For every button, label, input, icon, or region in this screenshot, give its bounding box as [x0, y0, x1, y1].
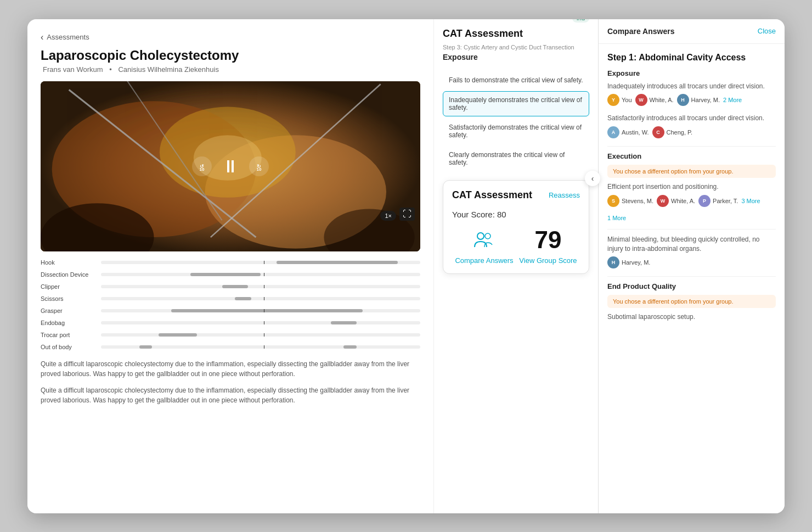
panel-nav-arrow[interactable]: ‹ — [585, 171, 600, 186]
more-link[interactable]: 1 More — [607, 215, 626, 221]
instrument-name: Endobag — [41, 320, 101, 326]
cat-option-2[interactable]: Satisfactorily demonstrates the critical… — [443, 119, 589, 144]
answer-avatars: AAustin, W.CCheng, P. — [607, 126, 776, 138]
people-icon — [472, 228, 495, 251]
avatar-label: Harvey, M. — [691, 97, 720, 103]
avatar: W — [657, 195, 669, 207]
score-card: CAT Assessment Reassess Your Score: 80 — [443, 180, 589, 274]
cat-options: Fails to demonstrate the critical view o… — [434, 71, 598, 173]
cat-badge: Ind — [572, 19, 589, 23]
answer-text: Minimal bleeding, but bleeding quickly c… — [607, 235, 776, 254]
more-link[interactable]: 3 More — [741, 198, 760, 204]
back-chevron-icon: ‹ — [41, 32, 43, 42]
view-group-score-label: View Group Score — [519, 256, 577, 265]
cat-option-3[interactable]: Clearly demonstrates the critical view o… — [443, 146, 589, 171]
avatar: P — [698, 195, 710, 207]
instrument-track[interactable] — [101, 285, 420, 288]
avatar: A — [607, 126, 619, 138]
avatar-chip: WWhite, A. — [635, 94, 674, 106]
compare-answers-label: Compare Answers — [455, 256, 513, 265]
divider — [607, 146, 776, 147]
more-link[interactable]: 2 More — [723, 97, 742, 103]
avatar: H — [677, 94, 689, 106]
answer-item: Inadequately introduces all trocars unde… — [607, 82, 776, 107]
instrument-track[interactable] — [101, 309, 420, 312]
cat-panel: CAT Assessment Ind Step 3: Cystic Artery… — [433, 19, 598, 513]
answer-item: Satisfactorily introduces all trocars un… — [607, 114, 776, 138]
avatar-chip: CCheng, P. — [652, 126, 693, 138]
current-time-line — [264, 345, 264, 349]
doctor-name: Frans van Workum — [43, 65, 103, 74]
compare-answers-icon — [471, 227, 497, 253]
instrument-name: Grasper — [41, 307, 101, 314]
avatar: W — [635, 94, 647, 106]
avatar-chip: HHarvey, M. — [607, 256, 650, 268]
instrument-track[interactable] — [101, 273, 420, 276]
answer-avatars: YYouWWhite, A.HHarvey, M.2 More — [607, 94, 776, 106]
view-group-score-action[interactable]: 79 View Group Score — [519, 227, 577, 265]
current-time-line — [264, 285, 264, 288]
instrument-row: Grasper — [41, 305, 420, 316]
procedure-notes: Quite a difficult laparoscopic cholecyst… — [41, 359, 420, 379]
instrument-track[interactable] — [101, 333, 420, 337]
instrument-track[interactable] — [101, 345, 420, 349]
avatar-label: Austin, W. — [622, 129, 649, 136]
answer-text: Satisfactorily introduces all trocars un… — [607, 114, 776, 123]
speed-badge[interactable]: 1× — [380, 211, 396, 221]
section-heading-0: Exposure — [607, 69, 776, 77]
fastforward-button[interactable]: ↻10 — [249, 156, 269, 176]
compare-panel-title: Compare Answers — [607, 27, 674, 36]
instrument-row: Out of body — [41, 341, 420, 352]
avatar-chip: AAustin, W. — [607, 126, 649, 138]
answer-item: 1 More — [607, 215, 776, 221]
warning-box-3: You chose a different option from your g… — [607, 295, 776, 308]
close-button[interactable]: Close — [758, 27, 776, 35]
cat-step-info: Step 3: Cystic Artery and Cystic Duct Tr… — [443, 44, 589, 51]
instrument-row: Clipper — [41, 281, 420, 292]
svg-point-10 — [477, 233, 484, 239]
answer-text: Subotimal laparoscopic setup. — [607, 312, 776, 322]
avatar-label: You — [622, 97, 632, 103]
divider — [607, 229, 776, 229]
cat-option-1[interactable]: Inadequately demonstrates the critical v… — [443, 91, 589, 116]
avatar-chip: YYou — [607, 94, 632, 106]
rewind-button[interactable]: ↺10 — [192, 156, 212, 176]
instrument-row: Hook — [41, 257, 420, 268]
group-score-number: 79 — [535, 227, 561, 253]
section-heading-1: Execution — [607, 152, 776, 160]
cat-step-label: Exposure — [443, 53, 589, 61]
svg-point-11 — [485, 233, 490, 239]
avatar-label: Stevens, M. — [622, 198, 653, 204]
avatar-chip: WWhite, A. — [657, 195, 695, 207]
cat-title: CAT Assessment — [443, 28, 523, 40]
instrument-track[interactable] — [101, 261, 420, 264]
instrument-row: Dissection Device — [41, 269, 420, 280]
reassess-button[interactable]: Reassess — [549, 191, 580, 199]
avatar-label: White, A. — [671, 198, 695, 204]
instrument-name: Hook — [41, 259, 101, 266]
your-score-value: 80 — [497, 210, 506, 219]
avatar: C — [652, 126, 664, 138]
instrument-row: Trocar port — [41, 329, 420, 340]
compare-answers-action[interactable]: Compare Answers — [455, 227, 513, 265]
instrument-track[interactable] — [101, 297, 420, 300]
fullscreen-button[interactable]: ⛶ — [399, 208, 415, 221]
video-player[interactable]: ↺10 ⏸ ↻10 1× ⛶ 30:14 58:29 — [41, 81, 420, 251]
avatar: H — [607, 256, 619, 268]
avatar-chip: PParker, T. — [698, 195, 738, 207]
cat-option-0[interactable]: Fails to demonstrate the critical view o… — [443, 71, 589, 89]
instrument-name: Scissors — [41, 295, 101, 302]
back-nav[interactable]: ‹ Assessments — [41, 32, 420, 42]
hospital-name: Canisius Wilhelmina Ziekenhuis — [118, 65, 219, 74]
instrument-row: Scissors — [41, 293, 420, 304]
answer-avatars: 1 More — [607, 215, 776, 221]
warning-box-1: You chose a different option from your g… — [607, 165, 776, 178]
instrument-tracks: HookDissection DeviceClipperScissorsGras… — [41, 257, 420, 502]
instrument-name: Clipper — [41, 283, 101, 290]
play-pause-button[interactable]: ⏸ — [222, 156, 239, 176]
instrument-track[interactable] — [101, 321, 420, 324]
your-score-label: Your Score: — [452, 210, 495, 219]
left-panel: ‹ Assessments Laparoscopic Cholecystecto… — [27, 19, 433, 513]
answer-text: Efficient port insertion and positioning… — [607, 182, 776, 192]
current-time-line — [264, 297, 264, 300]
